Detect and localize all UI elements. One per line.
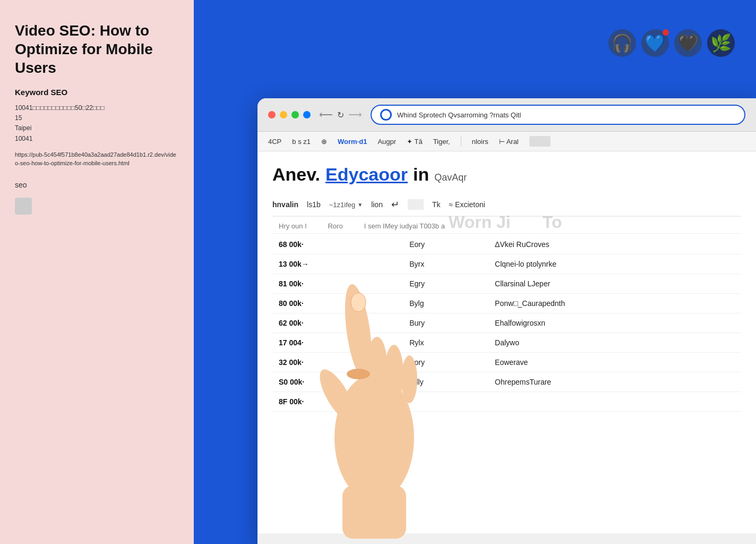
- table-row: 68 00k· Eory ΔVkei RuCroves: [272, 235, 741, 254]
- nav-forward-icon[interactable]: ⟶: [348, 109, 362, 121]
- divider: [461, 136, 461, 147]
- filter-hnvalin[interactable]: hnvalin: [272, 200, 298, 209]
- nav-refresh-icon[interactable]: ↻: [337, 110, 344, 120]
- toolbar-box: [529, 136, 551, 147]
- traffic-lights: [268, 111, 311, 118]
- table-row: 8F 00k·: [272, 392, 741, 412]
- sidebar-meta: 10041□□□□□□□□□□□50□22□□□ 15 Taipei 10041: [15, 103, 179, 144]
- toolbar-item-augpr[interactable]: Augpr: [377, 138, 396, 146]
- browser-chrome: ⟵ ↻ ⟶ Whind Sprotech Qvsarroming ?rnats …: [257, 98, 756, 132]
- cell-col1: 80 00k·: [272, 294, 403, 313]
- cell-col2: Bury: [403, 313, 488, 333]
- cell-col3: Ehalfowigrosxn: [488, 313, 741, 333]
- filter-excietion[interactable]: ≈ Excietoni: [449, 200, 485, 209]
- page-subheading: QavAqr: [434, 172, 467, 183]
- minimize-button[interactable]: [280, 111, 287, 118]
- cell-col1: 17 004·: [272, 333, 403, 353]
- cell-col1: 68 00k·: [272, 235, 403, 254]
- table-row: 17 004· Rylx Dalywo: [272, 333, 741, 353]
- close-button[interactable]: [268, 111, 276, 118]
- cell-col1: 32 00k·: [272, 353, 403, 372]
- filter-lion[interactable]: lion: [371, 200, 383, 209]
- filter-tk[interactable]: Tk: [432, 200, 441, 209]
- nav-back-icon[interactable]: ⟵: [319, 109, 333, 121]
- filter-dropdown-1[interactable]: ~1z1ifeg ▼: [329, 201, 363, 209]
- cell-col3: Ponw□_Caurapednth: [488, 294, 741, 313]
- app-icon-4[interactable]: 🌿: [707, 29, 735, 57]
- sidebar-title: Video SEO: How to Optimize for Mobile Us…: [15, 21, 179, 77]
- browser-window: ⟵ ↻ ⟶ Whind Sprotech Qvsarroming ?rnats …: [257, 98, 756, 544]
- sidebar-tag: seo: [15, 181, 179, 189]
- app-icon-1[interactable]: 🎧: [608, 29, 636, 57]
- cell-col2: Bylg: [403, 294, 488, 313]
- cell-col2: Byrx: [403, 254, 488, 274]
- cell-col2: Rylx: [403, 333, 488, 353]
- subheader-1: Hry oun I: [279, 222, 306, 230]
- cell-col2: Bory: [403, 353, 488, 372]
- sidebar-keyword-label: Keyword SEO: [15, 88, 179, 97]
- page-heading-blue: Edycaoor: [325, 164, 408, 185]
- table-row: 32 00k· Bory Eowerave: [272, 353, 741, 372]
- cell-col2: [403, 392, 488, 412]
- toolbar-item-nloirs[interactable]: nloirs: [472, 138, 488, 146]
- table-subheader: Hry oun I Roro I sem IMey iudyai T003b a: [272, 219, 741, 234]
- extra-button[interactable]: [303, 111, 311, 118]
- toolbar-item-tiger[interactable]: Tiger,: [433, 138, 450, 146]
- cell-col3: ΔVkei RuCroves: [488, 235, 741, 254]
- main-area: 🎧 💙 🖤 🌿 ⟵ ↻ ⟶: [194, 0, 756, 544]
- app-icon-2[interactable]: 💙: [641, 29, 669, 57]
- cell-col1: S0 00k·: [272, 372, 403, 392]
- data-table: 68 00k· Eory ΔVkei RuCroves 13 00k→ Byrx…: [272, 235, 741, 412]
- cell-col3: Cllarsinal LJeper: [488, 274, 741, 294]
- cell-col3: Clqnei-lo ptolynrke: [488, 254, 741, 274]
- cell-col1: 62 00k·: [272, 313, 403, 333]
- app-icons-row: 🎧 💙 🖤 🌿: [608, 29, 735, 57]
- filter-ls1b[interactable]: ls1b: [307, 200, 321, 209]
- cell-col3: Dalywo: [488, 333, 741, 353]
- toolbar-item-2[interactable]: ⊕: [321, 138, 327, 146]
- address-circle-icon: [380, 109, 392, 121]
- table-row: 13 00k→ Byrx Clqnei-lo ptolynrke: [272, 254, 741, 274]
- cell-col1: 8F 00k·: [272, 392, 403, 412]
- browser-toolbar: 4CP b s z1 ⊕ Worm·d1 Augpr ✦ Tā Tiger, n…: [257, 132, 756, 151]
- subheader-2: Roro: [328, 222, 342, 230]
- filter-row: hnvalin ls1b ~1z1ifeg ▼ lion ↵ Tk ≈ Exci…: [272, 193, 741, 217]
- subheader-3: I sem IMey iudyai T003b a: [364, 222, 445, 230]
- cell-col2: Egry: [403, 274, 488, 294]
- address-text: Whind Sprotech Qvsarroming ?rnats Qitl: [397, 111, 736, 119]
- cell-col3: Eowerave: [488, 353, 741, 372]
- cell-col2: Nilly: [403, 372, 488, 392]
- filter-arrow: ↵: [391, 199, 399, 210]
- page-heading-in: in: [413, 164, 429, 185]
- cell-col3: [488, 392, 741, 412]
- badge-dot: [663, 29, 669, 36]
- toolbar-item-1[interactable]: b s z1: [292, 138, 311, 146]
- toolbar-item-ta[interactable]: ✦ Tā: [407, 138, 423, 146]
- maximize-button[interactable]: [291, 111, 299, 118]
- page-heading-plain: Anev.: [272, 164, 320, 185]
- browser-nav: ⟵ ↻ ⟶: [319, 109, 362, 121]
- table-row: 62 00k· Bury Ehalfowigrosxn: [272, 313, 741, 333]
- toolbar-item-0[interactable]: 4CP: [268, 138, 281, 146]
- cell-col1: 13 00k→: [272, 254, 403, 274]
- cell-col2: Eory: [403, 235, 488, 254]
- toolbar-item-worm[interactable]: Worm·d1: [338, 138, 367, 146]
- page-content: Anev. Edycaoor in QavAqr hnvalin ls1b ~1…: [257, 151, 756, 533]
- filter-box: [408, 199, 424, 210]
- sidebar-icon: [15, 198, 32, 215]
- cell-col1: 81 00k·: [272, 274, 403, 294]
- toolbar-item-aral[interactable]: ⊢ Aral: [499, 138, 519, 146]
- table-row: S0 00k· Nilly OhrepemsTurare: [272, 372, 741, 392]
- page-header: Anev. Edycaoor in QavAqr: [272, 164, 741, 185]
- sidebar-url[interactable]: https://pub-5c454f571b8e40a3a2aad27ade84…: [15, 150, 179, 168]
- app-icon-3[interactable]: 🖤: [674, 29, 702, 57]
- table-row: 81 00k· Egry Cllarsinal LJeper: [272, 274, 741, 294]
- address-bar[interactable]: Whind Sprotech Qvsarroming ?rnats Qitl: [371, 105, 745, 125]
- table-row: 80 00k· Bylg Ponw□_Caurapednth: [272, 294, 741, 313]
- sidebar: Video SEO: How to Optimize for Mobile Us…: [0, 0, 194, 544]
- cell-col3: OhrepemsTurare: [488, 372, 741, 392]
